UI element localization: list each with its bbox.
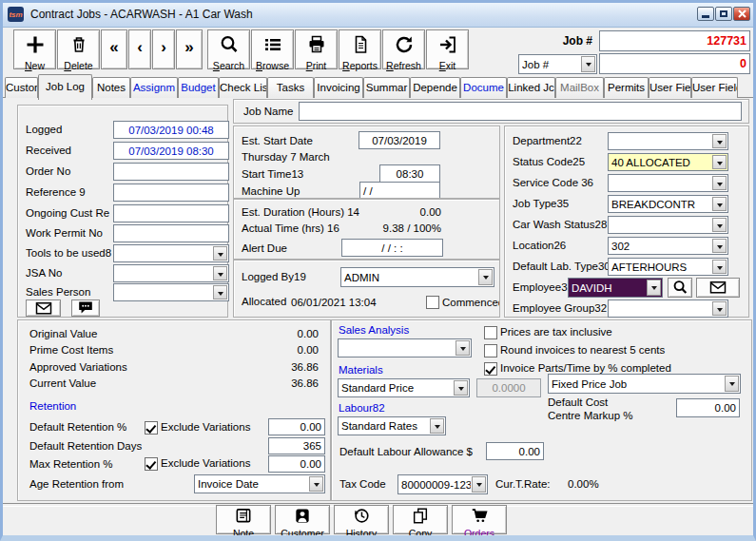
age-retention-from-combo[interactable]: Invoice Date — [194, 474, 325, 493]
customer-button[interactable]: Customer — [275, 505, 330, 534]
tab-summary[interactable]: Summar — [363, 77, 410, 98]
employee-combo[interactable]: DAVIDH — [568, 278, 663, 298]
delete-button[interactable]: Delete — [57, 29, 100, 69]
alert-due-field[interactable]: / / : : — [341, 239, 443, 257]
tab-dependencies[interactable]: Depende — [410, 77, 460, 98]
work-permit-field[interactable] — [113, 224, 229, 242]
default-retention-pct-field[interactable]: 0.00 — [268, 418, 325, 435]
employee-search-button[interactable] — [668, 278, 692, 298]
machine-up-time-field[interactable]: / / — [359, 182, 440, 199]
chevron-down-icon[interactable] — [472, 476, 486, 493]
sales-analysis-combo[interactable] — [338, 338, 472, 357]
chevron-down-icon[interactable] — [712, 260, 727, 274]
tab-tasks[interactable]: Tasks — [267, 77, 314, 98]
chevron-down-icon[interactable] — [712, 134, 727, 148]
last-record-button[interactable]: » — [176, 29, 203, 69]
refresh-button[interactable]: Refresh — [382, 29, 425, 69]
department-combo[interactable] — [608, 132, 728, 150]
reference-field[interactable] — [113, 184, 229, 202]
tab-job-log[interactable]: Job Log — [38, 74, 92, 100]
chevron-down-icon[interactable] — [647, 280, 661, 296]
max-retention-pct-field[interactable]: 0.00 — [268, 455, 325, 473]
copy-button[interactable]: Copy — [393, 505, 448, 534]
tab-permits[interactable]: Permits — [604, 77, 649, 98]
job-name-field[interactable] — [299, 102, 742, 121]
minimize-button[interactable] — [697, 7, 714, 21]
materials-combo[interactable]: Standard Price — [338, 378, 470, 397]
job-type-combo[interactable]: BREAKDCONTR — [608, 195, 728, 213]
chevron-down-icon[interactable] — [725, 376, 739, 392]
chevron-down-icon[interactable] — [430, 418, 444, 434]
exclude-variations-checkbox-1[interactable] — [145, 421, 158, 435]
chevron-down-icon[interactable] — [213, 285, 227, 299]
notes-bubble-button[interactable] — [71, 299, 100, 317]
est-start-date-field[interactable]: 07/03/2019 — [359, 131, 440, 149]
tab-check-list[interactable]: Check Lis — [219, 77, 267, 98]
tab-documents[interactable]: Docume — [460, 77, 507, 98]
jsa-no-combo[interactable] — [113, 264, 229, 282]
received-field[interactable]: 07/03/2019 08:30 — [113, 142, 229, 160]
tab-budget[interactable]: Budget — [178, 77, 219, 98]
labour-rates-combo[interactable]: Standard Rates — [338, 416, 446, 435]
tab-user-fields-2[interactable]: User Field — [691, 77, 738, 98]
maximize-button[interactable] — [715, 7, 732, 21]
prev-record-button[interactable]: ‹ — [128, 29, 151, 69]
labour-allowance-field[interactable]: 0.00 — [486, 442, 544, 460]
employee-email-button[interactable] — [696, 278, 740, 298]
first-record-button[interactable]: « — [101, 29, 127, 69]
chevron-down-icon[interactable] — [309, 476, 323, 492]
browse-button[interactable]: Browse — [251, 29, 294, 69]
history-button[interactable]: History — [334, 505, 389, 534]
chevron-down-icon[interactable] — [712, 176, 727, 190]
fixed-price-job-combo[interactable]: Fixed Price Job — [548, 374, 741, 394]
ongoing-cust-ref-field[interactable] — [113, 204, 229, 222]
chevron-down-icon[interactable] — [213, 266, 227, 280]
chevron-down-icon[interactable] — [454, 380, 468, 396]
job-selector-combo[interactable]: Job # — [518, 54, 597, 74]
chevron-down-icon[interactable] — [478, 269, 493, 285]
logged-by-combo[interactable]: ADMIN — [340, 267, 494, 287]
tax-code-combo[interactable]: 80000009-1235 — [397, 474, 488, 494]
exit-button[interactable]: Exit — [426, 29, 469, 69]
email-button[interactable] — [26, 299, 61, 317]
new-button[interactable]: New — [13, 29, 56, 69]
chevron-down-icon[interactable] — [712, 239, 727, 253]
tab-assignment[interactable]: Assignm — [130, 77, 178, 98]
service-code-combo[interactable] — [608, 174, 728, 192]
chevron-down-icon[interactable] — [712, 218, 727, 232]
tab-mailbox[interactable]: MailBox — [555, 77, 604, 98]
logged-field[interactable]: 07/03/2019 00:48 — [113, 121, 229, 139]
invoice-by-pct-checkbox[interactable] — [484, 362, 497, 376]
print-button[interactable]: Print — [295, 29, 338, 69]
tab-notes[interactable]: Notes — [92, 77, 130, 98]
orders-button[interactable]: Orders — [452, 505, 507, 534]
round-invoices-checkbox[interactable] — [484, 344, 497, 357]
tools-combo[interactable] — [113, 244, 229, 262]
car-wash-status-combo[interactable] — [608, 216, 728, 234]
commenced-checkbox[interactable] — [426, 296, 439, 309]
default-lab-type-combo[interactable]: AFTERHOURS — [608, 258, 728, 276]
search-button[interactable]: Search — [207, 29, 250, 69]
chevron-down-icon[interactable] — [213, 246, 227, 261]
tab-linked-jobs[interactable]: Linked Jc — [507, 77, 555, 98]
order-no-field[interactable] — [113, 163, 229, 181]
chevron-down-icon[interactable] — [712, 301, 727, 316]
prices-tax-inclusive-checkbox[interactable] — [484, 326, 497, 339]
chevron-down-icon[interactable] — [712, 197, 727, 211]
note-button[interactable]: Note — [216, 505, 271, 534]
exclude-variations-checkbox-2[interactable] — [145, 457, 158, 471]
reports-button[interactable]: Reports — [339, 29, 381, 69]
chevron-down-icon[interactable] — [581, 56, 595, 72]
employee-group-combo[interactable] — [608, 299, 728, 318]
tab-customer[interactable]: Custome — [5, 77, 38, 98]
next-record-button[interactable]: › — [152, 29, 175, 69]
sales-person-combo[interactable] — [113, 283, 229, 301]
start-time-field[interactable]: 08:30 — [379, 164, 440, 183]
tab-invoicing[interactable]: Invoicing — [314, 77, 363, 98]
tab-user-fields-1[interactable]: User Fie — [649, 77, 691, 98]
chevron-down-icon[interactable] — [456, 340, 470, 356]
close-button[interactable] — [733, 7, 750, 21]
retention-days-field[interactable]: 365 — [268, 437, 325, 454]
location-combo[interactable]: 302 — [608, 237, 728, 255]
default-cost-markup-field[interactable]: 0.00 — [676, 398, 740, 417]
